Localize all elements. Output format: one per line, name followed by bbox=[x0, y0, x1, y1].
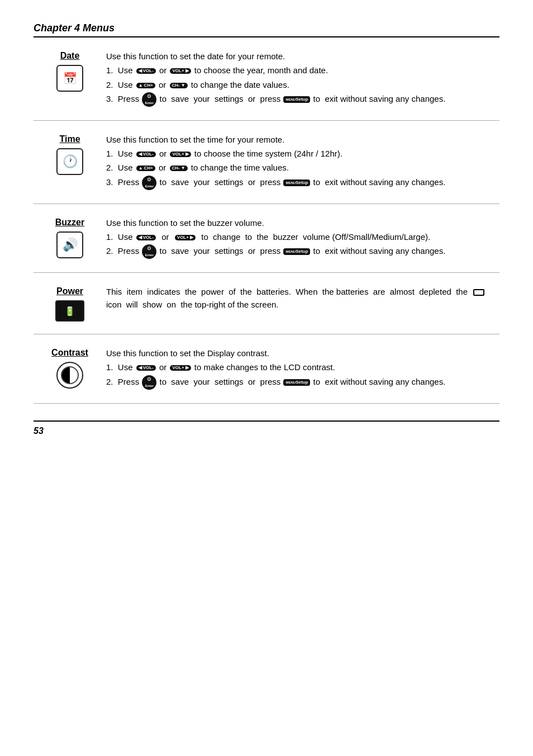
section-buzzer: Buzzer 🔊 Use this function to set the bu… bbox=[34, 204, 499, 273]
power-label: Power bbox=[56, 286, 83, 296]
enter-btn-date: ⊙ Enter bbox=[142, 92, 156, 107]
section-power-left: Power 🔋 bbox=[34, 285, 106, 322]
section-time-left: Time 🕐 bbox=[34, 133, 106, 191]
buzzer-description: Use this function to set the buzzer volu… bbox=[106, 216, 499, 229]
vol-minus-btn-contrast: ◀ VOL- bbox=[136, 365, 156, 371]
battery-icon-inline bbox=[473, 289, 484, 296]
contrast-step1: 1. Use ◀ VOL- or VOL+ ▶ to make changes … bbox=[106, 361, 499, 374]
section-time: Time 🕐 Use this function to set the time… bbox=[34, 121, 499, 204]
power-icon: 🔋 bbox=[55, 300, 84, 322]
vol-minus-btn: ◀ VOL- bbox=[136, 68, 156, 74]
vol-minus-btn-time: ◀ VOL- bbox=[136, 152, 156, 157]
buzzer-icon: 🔊 bbox=[56, 231, 83, 258]
power-content: This item indicates the power of the bat… bbox=[106, 285, 499, 322]
ch-down-btn-time: CH- ▼ bbox=[170, 166, 188, 171]
date-content: Use this function to set the date for yo… bbox=[106, 50, 499, 108]
date-step3: 3. Press ⊙ Enter to save your settings o… bbox=[106, 92, 499, 107]
page-footer: 53 bbox=[34, 420, 499, 436]
vol-plus-btn-buzzer: VOL+ ▶ bbox=[175, 235, 196, 240]
section-date-left: Date 📅 bbox=[34, 50, 106, 108]
section-date: Date 📅 Use this function to set the date… bbox=[34, 37, 499, 121]
date-icon: 📅 bbox=[56, 65, 83, 92]
enter-btn-buzzer: ⊙ Enter bbox=[142, 244, 156, 259]
contrast-icon bbox=[56, 362, 83, 389]
ch-up-btn-time: ▲ CH+ bbox=[136, 166, 155, 171]
date-step1: 1. Use ◀ VOL- or VOL+ ▶ to choose the ye… bbox=[106, 64, 499, 77]
section-power: Power 🔋 This item indicates the power of… bbox=[34, 273, 499, 334]
setup-btn-buzzer: MENU Setup bbox=[283, 248, 310, 255]
date-description: Use this function to set the date for yo… bbox=[106, 50, 499, 63]
contrast-description: Use this function to set the Display con… bbox=[106, 347, 499, 360]
time-description: Use this function to set the time for yo… bbox=[106, 133, 499, 146]
ch-up-btn: ▲ CH+ bbox=[136, 83, 155, 88]
setup-btn-date: MENU Setup bbox=[283, 96, 310, 103]
time-content: Use this function to set the time for yo… bbox=[106, 133, 499, 191]
time-label: Time bbox=[59, 134, 80, 144]
contrast-content: Use this function to set the Display con… bbox=[106, 347, 499, 391]
setup-btn-contrast: MENU Setup bbox=[283, 379, 310, 386]
chapter-title: Chapter 4 Menus bbox=[34, 22, 115, 34]
section-buzzer-left: Buzzer 🔊 bbox=[34, 216, 106, 261]
setup-btn-time: MENU Setup bbox=[283, 179, 310, 186]
vol-plus-btn-time: VOL+ ▶ bbox=[170, 152, 191, 157]
section-contrast-left: Contrast bbox=[34, 347, 106, 391]
time-step1: 1. Use ◀ VOL- or VOL+ ▶ to choose the ti… bbox=[106, 147, 499, 160]
date-label: Date bbox=[60, 51, 80, 61]
buzzer-step1: 1. Use ◀ VOL- or VOL+ ▶ to change to the… bbox=[106, 230, 499, 243]
contrast-label: Contrast bbox=[51, 348, 88, 358]
ch-down-btn: CH- ▼ bbox=[170, 83, 188, 88]
buzzer-step2: 2. Press ⊙ Enter to save your settings o… bbox=[106, 244, 499, 259]
date-step2: 2. Use ▲ CH+ or CH- ▼ to change the date… bbox=[106, 78, 499, 91]
time-step2: 2. Use ▲ CH+ or CH- ▼ to change the time… bbox=[106, 161, 499, 174]
time-icon: 🕐 bbox=[56, 148, 83, 175]
buzzer-label: Buzzer bbox=[55, 218, 84, 228]
contrast-step2: 2. Press ⊙ Enter to save your settings o… bbox=[106, 375, 499, 390]
enter-btn-time: ⊙ Enter bbox=[142, 176, 156, 190]
page-number: 53 bbox=[34, 426, 44, 436]
power-description: This item indicates the power of the bat… bbox=[106, 285, 499, 311]
section-contrast: Contrast Use this function to set the Di… bbox=[34, 334, 499, 404]
vol-minus-btn-buzzer: ◀ VOL- bbox=[136, 235, 156, 240]
buzzer-content: Use this function to set the buzzer volu… bbox=[106, 216, 499, 261]
page-header: Chapter 4 Menus bbox=[34, 22, 499, 37]
vol-plus-btn: VOL+ ▶ bbox=[170, 68, 191, 74]
enter-btn-contrast: ⊙ Enter bbox=[142, 375, 156, 390]
vol-plus-btn-contrast: VOL+ ▶ bbox=[170, 365, 191, 371]
time-step3: 3. Press ⊙ Enter to save your settings o… bbox=[106, 176, 499, 190]
